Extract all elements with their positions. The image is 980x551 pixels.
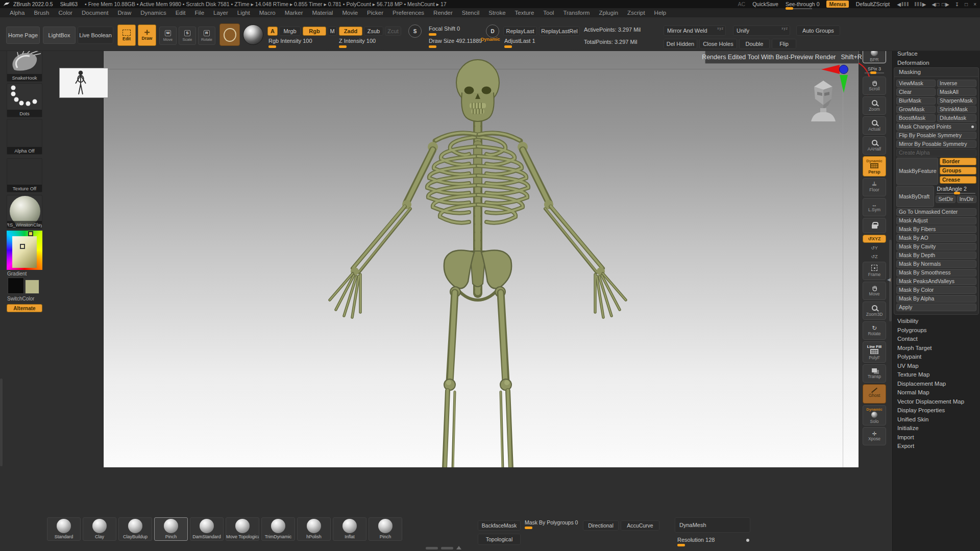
mask-by-ao-button[interactable]: Mask By AO <box>896 234 976 242</box>
mask-by-fibers-button[interactable]: Mask By Fibers <box>896 226 976 233</box>
brush-standard[interactable]: Standard <box>47 517 81 541</box>
zadd-button[interactable]: Zadd <box>339 27 362 36</box>
rgb-button[interactable]: Rgb <box>303 27 326 36</box>
apply-button[interactable]: Apply <box>896 304 976 311</box>
accucurve-button[interactable]: AccuCurve <box>621 520 659 531</box>
section-uv-map[interactable]: UV Map <box>893 361 980 370</box>
section-masking[interactable]: Masking <box>894 67 979 77</box>
section-display-properties[interactable]: Display Properties <box>893 406 980 415</box>
brush-clay[interactable]: Clay <box>83 517 116 541</box>
brush-pinch[interactable]: Pinch <box>154 517 188 541</box>
current-brush-button[interactable] <box>219 23 240 46</box>
clear-button[interactable]: Clear <box>896 88 936 96</box>
brush-hpolish[interactable]: hPolish <box>297 517 331 541</box>
invdir-button[interactable]: InvDir <box>957 195 976 203</box>
quicksave-button[interactable]: QuickSave <box>752 1 778 7</box>
move-mode-button[interactable]: MMove <box>159 27 177 45</box>
maskbyfeature-button[interactable]: MaskByFeature <box>896 158 938 185</box>
draw-mode-button[interactable]: ✛ Draw <box>138 24 156 46</box>
collapse-right-icon[interactable]: ‖‖‖▶ <box>914 2 926 7</box>
flip-button[interactable]: Flip <box>772 39 796 49</box>
lightbox-button[interactable]: LightBox <box>43 27 76 44</box>
close-icon[interactable]: × <box>973 2 977 7</box>
mask-by-color-button[interactable]: Mask By Color <box>896 286 976 294</box>
dynamesh-button[interactable]: DynaMesh <box>675 517 750 533</box>
replay-last-button[interactable]: ReplayLast <box>503 27 537 36</box>
current-alpha-thumbnail[interactable]: Alpha Off <box>7 119 42 155</box>
mirror-posable-symmetry-button[interactable]: Mirror By Posable Symmetry <box>896 140 976 148</box>
zsub-button[interactable]: Zsub <box>364 27 383 36</box>
dock-panels-icon[interactable]: ◀□ □▶ <box>932 2 949 7</box>
mask-by-smoothness-button[interactable]: Mask By Smoothness <box>896 269 976 277</box>
local-symmetry-button[interactable]: ↔ L.Sym <box>863 198 886 216</box>
inverse-button[interactable]: Inverse <box>937 80 976 87</box>
skeleton-model[interactable] <box>104 51 859 467</box>
menu-document[interactable]: Document <box>77 9 113 17</box>
aahalf-button[interactable]: AAHalf <box>863 136 886 155</box>
section-contact[interactable]: Contact <box>893 335 980 344</box>
maskbydraft-button[interactable]: MaskByDraft <box>896 186 934 207</box>
perspective-button[interactable]: Dynamic Persp <box>863 156 886 177</box>
menu-movie[interactable]: Movie <box>337 9 362 17</box>
alternate-button[interactable]: Alternate <box>7 304 42 312</box>
draftangle-slider[interactable]: DraftAngle 2 <box>936 186 976 194</box>
actual-size-button[interactable]: Actual <box>863 116 886 135</box>
del-hidden-button[interactable]: Del Hidden <box>664 39 697 49</box>
left-scrollbar[interactable] <box>0 379 3 466</box>
transpose-lock-button[interactable] <box>863 218 886 233</box>
restore-icon[interactable]: □ <box>965 2 968 7</box>
mrgb-button[interactable]: Mrgb <box>279 27 301 36</box>
blurmask-button[interactable]: BlurMask <box>896 97 936 105</box>
qz-button[interactable]: ↺Z <box>863 253 886 260</box>
feature-groups-button[interactable]: Groups <box>940 167 976 174</box>
menu-file[interactable]: File <box>190 9 209 17</box>
menu-edit[interactable]: Edit <box>171 9 190 17</box>
menu-stroke[interactable]: Stroke <box>484 9 510 17</box>
minimize-icon[interactable]: ↧ <box>955 2 960 7</box>
zcut-button[interactable]: Zcut <box>385 27 401 36</box>
color-picker[interactable] <box>7 231 42 270</box>
spix-slider[interactable]: SPix 3 <box>863 65 886 75</box>
mirror-and-weld-button[interactable]: Mirror And Weldxyz <box>664 26 726 36</box>
brush-damstandard[interactable]: DamStandard <box>190 517 224 541</box>
brush-pinch-2[interactable]: Pinch <box>369 517 402 541</box>
mask-changed-points-button[interactable]: Mask Changed Points <box>896 123 976 131</box>
flip-posable-symmetry-button[interactable]: Flip By Posable Symmetry <box>896 132 976 139</box>
create-alpha-button[interactable]: Create Alpha <box>896 149 976 157</box>
viewmask-button[interactable]: ViewMask <box>896 80 936 87</box>
section-export[interactable]: Export <box>893 442 980 451</box>
polyframe-button[interactable]: Line Fill PolyF <box>863 341 886 363</box>
section-polypaint[interactable]: Polypaint <box>893 353 980 362</box>
zoom-button[interactable]: Zoom <box>863 96 886 115</box>
double-button[interactable]: Double <box>739 39 770 49</box>
section-morph-target[interactable]: Morph Target <box>893 343 980 353</box>
depth-d-icon[interactable]: D <box>486 24 499 38</box>
dilutemask-button[interactable]: DiluteMask <box>937 114 976 122</box>
zoom3d-button[interactable]: Zoom3D <box>863 302 886 320</box>
section-displacement-map[interactable]: Displacement Map <box>893 379 980 388</box>
feature-border-button[interactable]: Border <box>940 158 976 165</box>
menu-brush[interactable]: Brush <box>29 9 54 17</box>
tray-resize-handle[interactable] <box>441 547 453 549</box>
section-normal-map[interactable]: Normal Map <box>893 388 980 397</box>
scale-mode-button[interactable]: SScale <box>179 27 196 45</box>
xpose-button[interactable]: ✛ Xpose <box>863 427 886 445</box>
brush-trimdynamic[interactable]: TrimDynamic <box>261 517 295 541</box>
section-vector-displacement-map[interactable]: Vector Displacement Map <box>893 397 980 406</box>
setdir-button[interactable]: SetDir <box>936 195 955 203</box>
menu-preferences[interactable]: Preferences <box>388 9 429 17</box>
directional-button[interactable]: Directional <box>583 520 619 531</box>
menu-help[interactable]: Help <box>650 9 671 17</box>
mask-peaksandvalleys-button[interactable]: Mask PeaksAndValleys <box>896 278 976 285</box>
replay-last-rel-button[interactable]: ReplayLastRel <box>539 27 580 36</box>
sharpenmask-button[interactable]: SharpenMask <box>937 97 976 105</box>
brush-inflat[interactable]: Inflat <box>333 517 366 541</box>
menu-layer[interactable]: Layer <box>209 9 233 17</box>
see-through-slider[interactable]: See-through 0 <box>786 1 820 7</box>
ghost-button[interactable]: Ghost <box>863 384 886 404</box>
topological-button[interactable]: Topological <box>478 534 521 545</box>
feature-crease-button[interactable]: Crease <box>940 176 976 184</box>
menus-toggle-button[interactable]: Menus <box>826 1 848 8</box>
mask-adjust-button[interactable]: Mask Adjust <box>896 217 976 224</box>
menu-material[interactable]: Material <box>308 9 338 17</box>
